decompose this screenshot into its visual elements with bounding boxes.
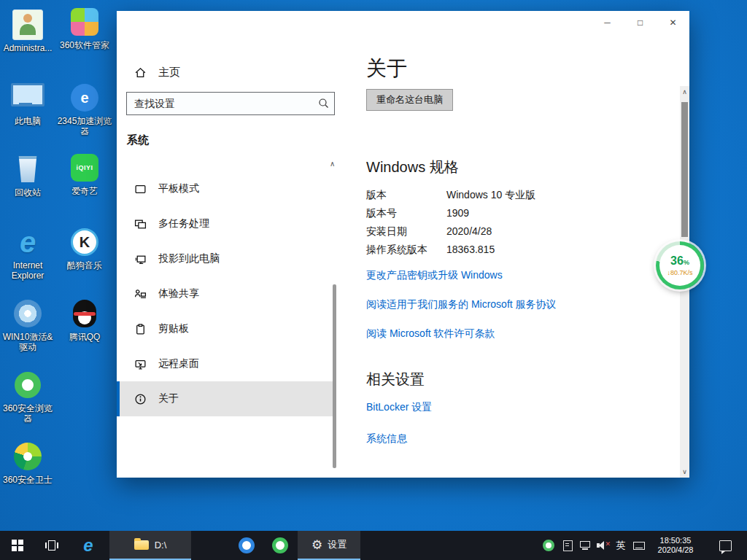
desktop-icon-internet-explorer[interactable]: e Internet Explorer [0, 226, 55, 281]
sidebar-item-label: 关于 [158, 392, 179, 405]
spec-label: 版本 [366, 189, 446, 207]
search-input[interactable] [126, 92, 335, 115]
desktop-icon-360-safe[interactable]: 360安全卫士 [0, 440, 55, 485]
sidebar-item-label: 多任务处理 [158, 217, 209, 230]
scroll-down-icon[interactable]: ∨ [680, 468, 689, 475]
desktop-icon-label: 2345加速浏览器 [57, 116, 112, 136]
float-ball-inner: 36% ↓80.7K/s [659, 245, 700, 286]
tray-volume-button[interactable]: ✕ [594, 531, 613, 560]
rename-pc-button[interactable]: 重命名这台电脑 [366, 89, 453, 111]
spec-label: 版本号 [366, 207, 446, 225]
sidebar-item-shared-experiences[interactable]: 体验共享 [117, 276, 336, 311]
change-product-key-link[interactable]: 更改产品密钥或升级 Windows [366, 269, 673, 282]
sidebar-scroll-up-icon[interactable]: ∧ [330, 160, 335, 168]
spec-row: 安装日期 2020/4/28 [366, 225, 673, 244]
desktop: Administra... 此电脑 回收站 e Internet Explore… [0, 0, 747, 560]
windows-logo-icon [12, 540, 23, 551]
minimize-button[interactable]: ─ [591, 11, 624, 34]
task-view-icon [45, 540, 58, 551]
close-button[interactable]: ✕ [657, 11, 689, 34]
multitask-icon [134, 218, 147, 230]
gear-icon: ⚙ [311, 537, 322, 553]
sidebar-item-about[interactable]: 关于 [117, 381, 336, 416]
desktop-icon-2345-browser[interactable]: e 2345加速浏览器 [57, 82, 112, 136]
desktop-icon-label: Administra... [0, 43, 55, 53]
settings-window: ← 设置 ─ □ ✕ 主页 系统 [117, 11, 689, 478]
sidebar-item-remote-desktop[interactable]: 远程桌面 [117, 346, 336, 381]
360-software-manager-icon [57, 6, 112, 38]
sidebar-item-label: 剪贴板 [158, 322, 189, 335]
system-info-link[interactable]: 系统信息 [366, 432, 673, 446]
desktop-icon-label: 回收站 [0, 187, 55, 198]
desktop-icon-recycle-bin[interactable]: 回收站 [0, 153, 55, 198]
desktop-icon-iqiyi[interactable]: iQIYI 爱奇艺 [57, 152, 112, 196]
desktop-icon-kugou[interactable]: K 酷狗音乐 [57, 226, 112, 271]
info-icon [134, 393, 147, 405]
task-view-button[interactable] [35, 531, 69, 560]
spec-table: 版本 Windows 10 专业版 版本号 1909 安装日期 2020/4/2… [366, 189, 673, 262]
maximize-button[interactable]: □ [624, 11, 657, 34]
taskbar: e D:\ ⚙ 设置 [0, 531, 747, 560]
folder-icon [134, 540, 149, 550]
sidebar-section-label: 系统 [127, 133, 149, 147]
keyboard-icon [633, 542, 645, 550]
spec-value: 18363.815 [446, 244, 495, 262]
administrator-user-icon [0, 9, 55, 41]
desktop-icon-win10-activate[interactable]: WIN10激活&驱动 [0, 298, 55, 352]
mute-x-icon: ✕ [605, 540, 611, 548]
action-center-button[interactable] [711, 531, 740, 560]
desktop-icon-label: 360安全浏览器 [0, 403, 55, 424]
desktop-icon-360-browser[interactable]: 360安全浏览器 [0, 369, 55, 424]
360-float-ball[interactable]: 36% ↓80.7K/s [656, 241, 704, 289]
taskbar-explorer-button[interactable]: D:\ [109, 531, 191, 560]
tablet-icon [134, 183, 147, 195]
clock-text: 18:50:35 2020/4/28 [658, 536, 694, 555]
services-agreement-link[interactable]: 阅读适用于我们服务的 Microsoft 服务协议 [366, 298, 673, 311]
sidebar-item-label: 平板模式 [158, 182, 199, 195]
touch-keyboard-button[interactable] [630, 531, 648, 560]
projecting-icon [134, 253, 147, 265]
license-terms-link[interactable]: 阅读 Microsoft 软件许可条款 [366, 327, 673, 341]
desktop-icon-label: 爱奇艺 [57, 186, 112, 196]
settings-sidebar: 主页 系统 平板模式 多任务处理 [117, 11, 336, 478]
disc-icon [0, 298, 55, 330]
sidebar-item-label: 投影到此电脑 [158, 252, 220, 265]
scroll-up-icon[interactable]: ∧ [680, 88, 689, 96]
selected-accent [117, 381, 120, 416]
sidebar-item-label: 远程桌面 [158, 357, 199, 370]
sidebar-item-tablet-mode[interactable]: 平板模式 [117, 171, 336, 206]
bitlocker-settings-link[interactable]: BitLocker 设置 [366, 401, 673, 414]
qq-penguin-icon [57, 298, 112, 330]
recycle-bin-icon [0, 153, 55, 185]
sidebar-home-label: 主页 [158, 66, 180, 79]
desktop-icon-administrator[interactable]: Administra... [0, 9, 55, 53]
settings-search [126, 92, 335, 115]
taskbar-settings-button[interactable]: ⚙ 设置 [298, 531, 360, 560]
desktop-icon-360-software-manager[interactable]: 360软件管家 [57, 6, 112, 50]
network-icon [580, 541, 590, 550]
taskbar-2345-browser-button[interactable] [231, 531, 263, 560]
clock[interactable]: 18:50:35 2020/4/28 [648, 531, 703, 560]
sidebar-item-projecting[interactable]: 投影到此电脑 [117, 241, 336, 276]
scrollbar-thumb[interactable] [681, 102, 688, 237]
language-indicator[interactable]: 英 [613, 531, 629, 560]
float-ball-percent: 36% [659, 254, 700, 269]
start-button[interactable] [0, 531, 35, 560]
tray-network-icon[interactable] [576, 531, 594, 560]
windows-spec-heading: Windows 规格 [366, 158, 673, 177]
360-browser-icon [272, 537, 288, 553]
sidebar-item-home[interactable]: 主页 [117, 59, 336, 85]
tray-document-icon[interactable] [559, 531, 576, 560]
spec-value: 1909 [446, 207, 469, 225]
sidebar-item-clipboard[interactable]: 剪贴板 [117, 311, 336, 346]
taskbar-360-browser-button[interactable] [264, 531, 296, 560]
tray-360-icon[interactable] [540, 531, 557, 560]
desktop-icon-this-pc[interactable]: 此电脑 [0, 82, 55, 126]
taskbar-ie-button[interactable]: e [71, 531, 105, 560]
about-content: 关于 重命名这台电脑 Windows 规格 版本 Windows 10 专业版 … [366, 55, 673, 446]
desktop-icon-qq[interactable]: 腾讯QQ [57, 298, 112, 342]
desktop-icon-label: 360安全卫士 [0, 475, 55, 485]
sidebar-item-multitasking[interactable]: 多任务处理 [117, 206, 336, 241]
sidebar-scrollbar[interactable] [333, 284, 336, 468]
spec-value: Windows 10 专业版 [446, 189, 535, 207]
